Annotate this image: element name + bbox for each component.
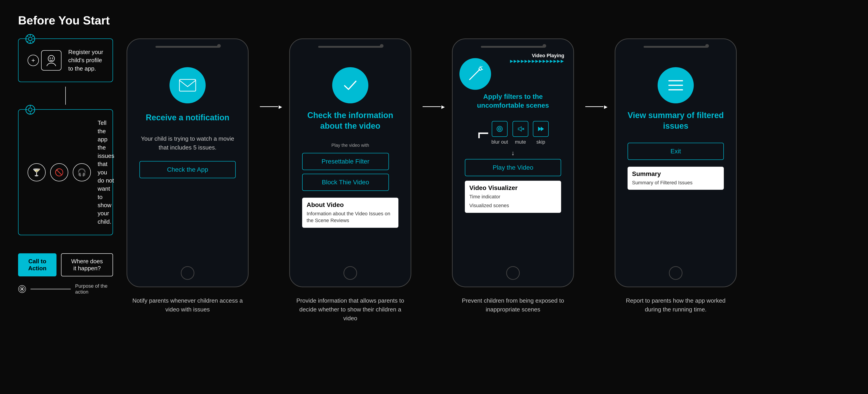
svg-point-14 [29,108,32,112]
phone1-inner: Receive a notification Your child is try… [134,49,241,278]
video-viz-box: Video Visualizer Time indicator Visualiz… [465,181,561,213]
phone1-home-btn [181,266,194,280]
phone2-home-btn [343,266,357,280]
video-viz-text1: Time indicator [469,193,557,200]
video-viz-text2: Visualized scenes [469,202,557,209]
progress-arrows: ▶▶▶▶▶▶▶▶▶▶▶▶▶▶▶ [510,59,564,63]
svg-point-30 [499,129,500,130]
summary-title: Summary [632,170,719,177]
play-label: Play the video with [302,143,399,148]
blur-out-icon [492,121,507,137]
phone-check-video: Check the information about the video Pl… [289,38,411,287]
step2-box: 🍸 🚫 🎧 Tell the app the issues that you d… [18,109,113,235]
plus-circle-icon: + [28,55,39,66]
about-video-box: About Video Information about the Video … [302,198,399,228]
page-title: Before You Start [18,13,850,27]
target-icon [18,284,26,294]
mute-label: mute [515,139,526,145]
where-button[interactable]: Where does it happen? [61,253,113,276]
phone-notify: Receive a notification Your child is try… [127,38,249,287]
phone3-inner: Apply filters to the uncomfortable scene… [459,49,566,278]
phone4-inner: View summary of filtered issues Exit Sum… [622,49,729,278]
purpose-line [31,289,70,289]
purpose-text: Purpose of the action [75,283,113,295]
arrow2-line [423,106,441,107]
phone-filters-col: Video Playing ▶▶▶▶▶▶▶▶▶▶▶▶▶▶▶ [452,38,574,314]
skip-label: skip [536,139,545,145]
play-options: Play the video with Presettable Filter B… [302,143,399,191]
arrow-down-icon: ↓ [512,149,515,157]
issue-alcohol-icon: 🍸 [28,163,45,181]
arrow2 [423,106,441,107]
svg-line-23 [470,69,480,80]
issue-headphones-icon: 🎧 [73,163,91,181]
mute-icon [513,121,528,137]
step1-box: + Register your child's profile to the a… [18,38,113,82]
phone3-camera [542,44,546,48]
svg-point-21 [21,288,23,290]
blur-out-label: blur out [492,139,508,145]
presettable-filter-button[interactable]: Presettable Filter [302,153,389,170]
left-panel: + Register your child's profile to the a… [18,38,113,295]
step1-gear-icon [25,34,35,44]
exit-button[interactable]: Exit [627,143,724,160]
phone4-home-btn [669,266,682,280]
video-playing-label: Video Playing [510,53,564,59]
child-face-icon [41,50,61,71]
arrow1-line [260,106,278,107]
phone1-notch [155,46,220,48]
phone4-camera [705,44,709,48]
blur-out-option: blur out [492,121,508,145]
envelope-icon [169,67,206,103]
summary-box: Summary Summary of Filtered Issues [627,167,724,190]
connector-line [65,87,66,105]
step2-gear-icon [25,105,35,115]
phone-check-video-col: Check the information about the video Pl… [289,38,411,323]
skip-icon [533,121,549,137]
svg-line-25 [482,66,482,67]
phone3-description: Prevent children from being exposed to i… [454,296,572,314]
phone2-description: Provide information that allows parents … [291,296,409,323]
summary-text: Summary of Filtered Issues [632,179,719,186]
cta-button[interactable]: Call to Action [18,253,57,276]
step1-text: Register your child's profile to the app… [68,48,103,73]
phone1-title: Receive a notification [146,112,229,123]
about-video-text: Information about the Video Issues on th… [307,210,394,224]
phone2-inner: Check the information about the video Pl… [297,49,404,278]
svg-point-11 [50,57,51,59]
step2-text: Tell the app the issues that you do not … [98,119,114,226]
block-video-button[interactable]: Block Thie Video [302,174,389,191]
bottom-actions: Call to Action Where does it happen? Pur… [18,253,113,295]
phone1-camera [217,44,221,48]
phone-summary: View summary of filtered issues Exit Sum… [615,38,737,287]
play-video-button[interactable]: Play the Video [465,159,561,176]
svg-rect-22 [180,79,196,91]
phone2-camera [380,44,383,48]
svg-point-24 [479,67,482,71]
phone2-title: Check the information about the video [297,110,404,132]
arrow1 [260,106,278,107]
svg-point-12 [52,57,53,59]
skip-option: skip [533,121,549,145]
checkmark-icon [332,67,368,103]
phone4-notch [644,46,708,48]
phones-section: Receive a notification Your child is try… [127,38,850,323]
about-video-title: About Video [307,201,394,208]
add-profile-icon: + [28,50,61,71]
issues-icons: 🍸 🚫 🎧 [28,163,91,181]
check-app-button[interactable]: Check the App [140,161,236,178]
phone-filters: Video Playing ▶▶▶▶▶▶▶▶▶▶▶▶▶▶▶ [452,38,574,287]
issue-no-icon: 🚫 [50,163,68,181]
list-icon [658,67,694,103]
wand-icon [459,58,491,90]
phone3-title: Apply filters to the uncomfortable scene… [459,92,566,110]
phone1-description: Notify parents whenever children access … [129,296,246,314]
video-viz-title: Video Visualizer [469,184,557,192]
phone3-home-btn [506,266,520,280]
svg-point-10 [48,55,55,62]
arrow3-line [585,106,603,107]
phone4-title: View summary of filtered issues [622,110,729,132]
phone-summary-col: View summary of filtered issues Exit Sum… [615,38,737,314]
phone2-notch [318,46,382,48]
mute-option: mute [513,121,528,145]
